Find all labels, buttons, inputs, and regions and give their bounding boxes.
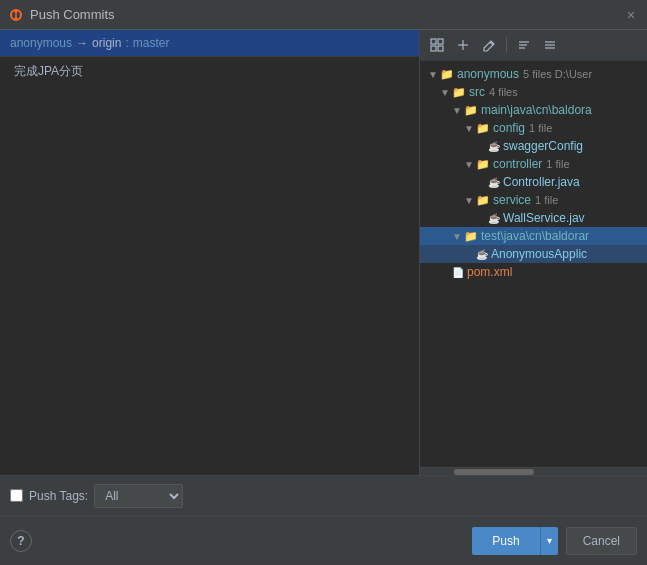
help-button[interactable]: ? <box>10 530 32 552</box>
push-tags-select[interactable]: All Annotated None <box>94 484 183 508</box>
tree-item-anonymous-applic[interactable]: ☕ AnonymousApplic <box>420 245 647 263</box>
java-icon-wallservice: ☕ <box>488 213 500 224</box>
bottom-bar: Push Tags: All Annotated None <box>0 475 647 515</box>
folder-icon-src: 📁 <box>452 86 466 99</box>
edit-button[interactable] <box>478 34 500 56</box>
remote-name[interactable]: origin <box>92 36 121 50</box>
local-branch[interactable]: anonymous <box>10 36 72 50</box>
xml-icon-pom: 📄 <box>452 267 464 278</box>
tree-label-wallservice: WallService.jav <box>503 211 585 225</box>
svg-rect-5 <box>438 39 443 44</box>
folder-icon-controller: 📁 <box>476 158 490 171</box>
svg-rect-7 <box>438 46 443 51</box>
sort-button[interactable] <box>513 34 535 56</box>
horizontal-scrollbar[interactable] <box>420 467 647 475</box>
title-bar: Push Commits × <box>0 0 647 30</box>
tree-meta-controller: 1 file <box>546 158 569 170</box>
folder-icon-main-java: 📁 <box>464 104 478 117</box>
tree-label-swagger: swaggerConfig <box>503 139 583 153</box>
tree-label-service: service <box>493 193 531 207</box>
tree-item-config[interactable]: ▼ 📁 config 1 file <box>420 119 647 137</box>
tree-label-anonymous: anonymous <box>457 67 519 81</box>
main-content: anonymous → origin : master 完成JPA分页 <box>0 30 647 475</box>
right-toolbar <box>420 30 647 61</box>
folder-icon-config: 📁 <box>476 122 490 135</box>
tree-label-controller-folder: controller <box>493 157 542 171</box>
tree-item-main-java[interactable]: ▼ 📁 main\java\cn\baldora <box>420 101 647 119</box>
dialog-title: Push Commits <box>30 7 115 22</box>
tree-arrow-anonymous: ▼ <box>428 69 440 80</box>
tree-label-controller-java: Controller.java <box>503 175 580 189</box>
git-icon <box>8 7 24 23</box>
svg-point-2 <box>15 16 18 19</box>
tree-arrow-service: ▼ <box>464 195 476 206</box>
h-scroll-thumb[interactable] <box>454 469 534 475</box>
branch-arrow: → <box>76 36 88 50</box>
tree-label-main-java: main\java\cn\baldora <box>481 103 592 117</box>
tree-label-test-java: test\java\cn\baldorar <box>481 229 589 243</box>
tree-arrow-config: ▼ <box>464 123 476 134</box>
tree-item-service-folder[interactable]: ▼ 📁 service 1 file <box>420 191 647 209</box>
tree-meta-config: 1 file <box>529 122 552 134</box>
tree-item-src[interactable]: ▼ 📁 src 4 files <box>420 83 647 101</box>
tree-item-controller-folder[interactable]: ▼ 📁 controller 1 file <box>420 155 647 173</box>
tree-item-wallservice[interactable]: ☕ WallService.jav <box>420 209 647 227</box>
tree-arrow-test-java: ▼ <box>452 231 464 242</box>
close-button[interactable]: × <box>623 7 639 23</box>
java-icon-anon-applic: ☕ <box>476 249 488 260</box>
commit-message: 完成JPA分页 <box>0 57 419 86</box>
cancel-button[interactable]: Cancel <box>566 527 637 555</box>
tree-label-pom: pom.xml <box>467 265 512 279</box>
java-icon-swagger: ☕ <box>488 141 500 152</box>
svg-point-1 <box>15 10 18 13</box>
push-tags-checkbox[interactable] <box>10 489 23 502</box>
colon-separator: : <box>125 36 128 50</box>
push-button-group: Push ▾ <box>472 527 557 555</box>
tree-label-anon-applic: AnonymousApplic <box>491 247 587 261</box>
java-icon-controller: ☕ <box>488 177 500 188</box>
tree-arrow-src: ▼ <box>440 87 452 98</box>
tree-meta-src: 4 files <box>489 86 518 98</box>
tree-label-src: src <box>469 85 485 99</box>
push-tags-label: Push Tags: <box>29 489 88 503</box>
right-panel: ▼ 📁 anonymous 5 files D:\User ▼ 📁 src 4 … <box>420 30 647 475</box>
tree-arrow-main-java: ▼ <box>452 105 464 116</box>
commit-ref-item[interactable]: anonymous → origin : master <box>0 30 419 57</box>
tree-item-controller-java[interactable]: ☕ Controller.java <box>420 173 647 191</box>
action-bar: ? Push ▾ Cancel <box>0 515 647 565</box>
tree-item-swaggerconfig[interactable]: ☕ swaggerConfig <box>420 137 647 155</box>
tree-label-config: config <box>493 121 525 135</box>
push-button[interactable]: Push <box>472 527 539 555</box>
more-button[interactable] <box>539 34 561 56</box>
file-tree: ▼ 📁 anonymous 5 files D:\User ▼ 📁 src 4 … <box>420 61 647 467</box>
title-bar-left: Push Commits <box>8 7 115 23</box>
tree-arrow-controller: ▼ <box>464 159 476 170</box>
svg-rect-4 <box>431 39 436 44</box>
tree-item-anonymous[interactable]: ▼ 📁 anonymous 5 files D:\User <box>420 65 647 83</box>
tree-item-pom[interactable]: 📄 pom.xml <box>420 263 647 281</box>
left-panel: anonymous → origin : master 完成JPA分页 <box>0 30 420 475</box>
push-dropdown-button[interactable]: ▾ <box>540 527 558 555</box>
remote-branch[interactable]: master <box>133 36 170 50</box>
push-dropdown-arrow: ▾ <box>547 535 552 546</box>
tree-meta-service: 1 file <box>535 194 558 206</box>
expand-all-button[interactable] <box>452 34 474 56</box>
tree-meta-anonymous: 5 files D:\User <box>523 68 592 80</box>
svg-rect-6 <box>431 46 436 51</box>
folder-icon-test-java: 📁 <box>464 230 478 243</box>
toolbar-separator-1 <box>506 37 507 53</box>
folder-icon-anonymous: 📁 <box>440 68 454 81</box>
collapse-all-button[interactable] <box>426 34 448 56</box>
folder-icon-service: 📁 <box>476 194 490 207</box>
tree-item-test-java[interactable]: ▼ 📁 test\java\cn\baldorar <box>420 227 647 245</box>
